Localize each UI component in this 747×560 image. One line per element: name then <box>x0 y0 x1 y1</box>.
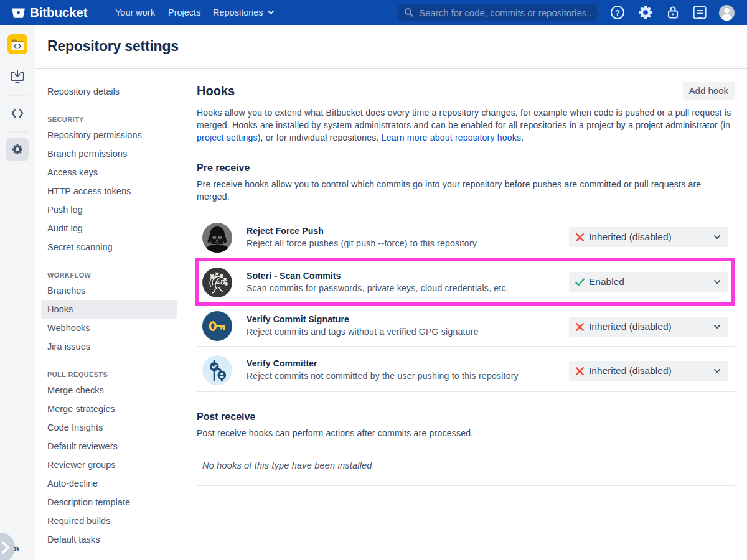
svg-text:?: ? <box>615 8 620 17</box>
svg-text:»: » <box>14 542 20 554</box>
